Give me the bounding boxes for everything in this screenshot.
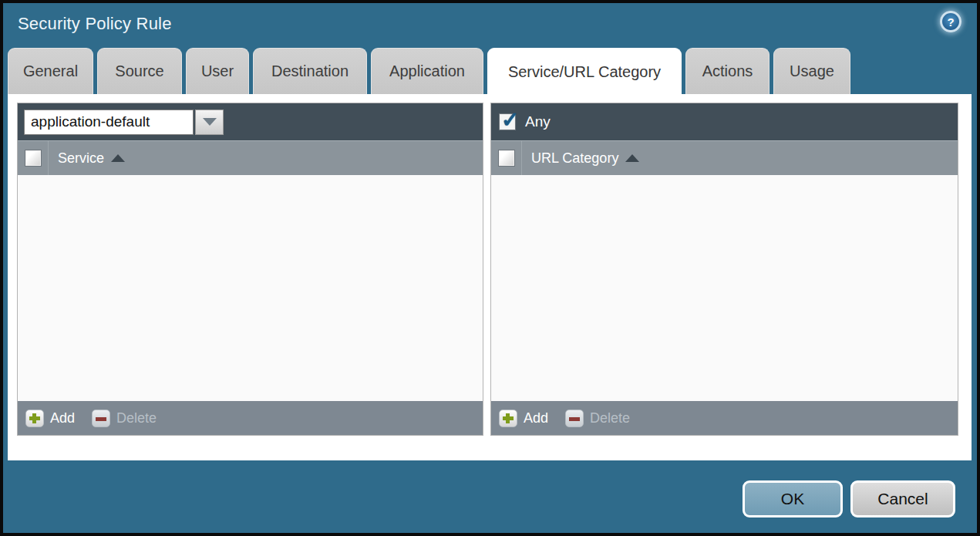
- url-category-panel: Any URL Category Add: [490, 103, 958, 436]
- chevron-down-icon: [203, 118, 217, 126]
- url-category-table-header: URL Category: [491, 140, 958, 175]
- tab-source[interactable]: Source: [97, 48, 182, 94]
- service-footer-toolbar: Add Delete: [18, 401, 483, 435]
- service-toolbar: [18, 103, 483, 140]
- screen-frame: Security Policy Rule ? General Source Us…: [0, 0, 980, 536]
- service-list-body[interactable]: [18, 175, 483, 401]
- tab-service-url-category[interactable]: Service/URL Category: [487, 48, 682, 96]
- tab-user[interactable]: User: [186, 48, 249, 94]
- url-category-select-all-checkbox[interactable]: [499, 150, 514, 166]
- column-separator: [48, 141, 49, 175]
- url-category-toolbar: Any: [491, 103, 958, 140]
- add-plus-icon: [499, 410, 517, 427]
- add-button-label: Add: [524, 410, 548, 426]
- dialog-titlebar: Security Policy Rule ?: [3, 3, 977, 48]
- tab-usage[interactable]: Usage: [773, 48, 850, 94]
- security-policy-rule-dialog: Security Policy Rule ? General Source Us…: [3, 3, 977, 533]
- sort-asc-icon: [111, 154, 125, 162]
- add-button-label: Add: [50, 410, 75, 426]
- tab-application[interactable]: Application: [371, 48, 483, 94]
- help-icon[interactable]: ?: [940, 11, 961, 32]
- tab-actions[interactable]: Actions: [685, 48, 770, 94]
- url-category-add-button[interactable]: Add: [499, 410, 548, 427]
- tab-bar: General Source User Destination Applicat…: [8, 48, 850, 94]
- delete-minus-icon: [565, 410, 584, 427]
- service-select-all-checkbox[interactable]: [25, 150, 41, 166]
- delete-button-label: Delete: [116, 410, 157, 426]
- sort-asc-icon: [625, 154, 639, 162]
- cancel-button[interactable]: Cancel: [850, 480, 955, 517]
- url-category-column-header[interactable]: URL Category: [531, 150, 639, 167]
- service-delete-button[interactable]: Delete: [92, 410, 157, 427]
- column-separator: [521, 141, 522, 175]
- service-dropdown-button[interactable]: [195, 110, 224, 135]
- service-dropdown-input[interactable]: [24, 110, 194, 135]
- service-add-button[interactable]: Add: [25, 410, 75, 427]
- delete-minus-icon: [92, 410, 110, 427]
- tab-general[interactable]: General: [8, 48, 93, 94]
- service-column-header[interactable]: Service: [58, 150, 125, 167]
- service-column-label: Service: [58, 150, 104, 167]
- service-table-header: Service: [18, 140, 483, 175]
- dialog-title: Security Policy Rule: [18, 14, 172, 34]
- ok-button[interactable]: OK: [743, 480, 843, 517]
- any-checkbox-label: Any: [525, 113, 551, 130]
- tab-destination[interactable]: Destination: [253, 48, 367, 94]
- any-checkbox[interactable]: [500, 114, 515, 130]
- add-plus-icon: [25, 410, 44, 427]
- url-category-column-label: URL Category: [531, 150, 618, 167]
- url-category-footer-toolbar: Add Delete: [491, 401, 958, 435]
- url-category-delete-button[interactable]: Delete: [565, 410, 630, 427]
- service-panel: Service Add Delete: [17, 103, 483, 436]
- tab-content-area: Service Add Delete: [8, 94, 972, 460]
- delete-button-label: Delete: [590, 410, 630, 426]
- url-category-list-body[interactable]: [491, 175, 958, 401]
